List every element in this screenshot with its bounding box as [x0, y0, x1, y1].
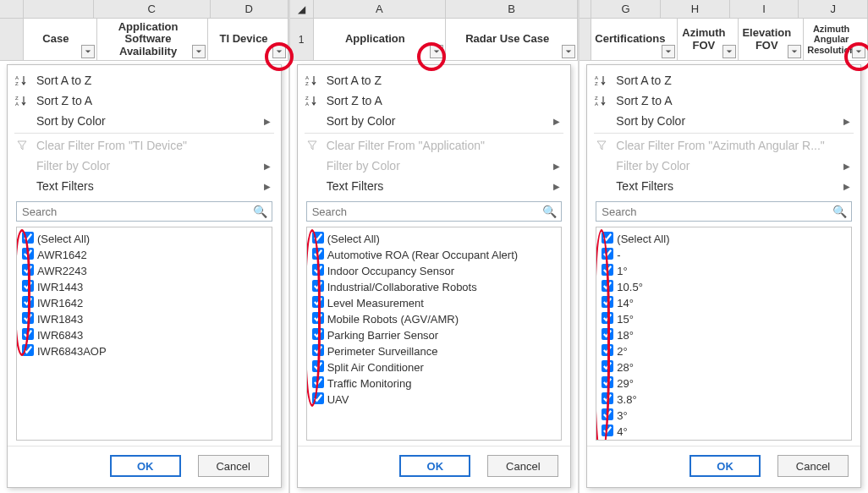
cancel-button[interactable]: Cancel	[198, 455, 269, 477]
list-item[interactable]: 7°	[600, 440, 848, 441]
text-filters[interactable]: Text Filters ▶	[298, 176, 571, 196]
filter-button-azfov[interactable]	[722, 45, 736, 58]
checkbox[interactable]	[602, 408, 613, 420]
ok-button[interactable]: OK	[399, 455, 470, 477]
checkbox[interactable]	[602, 360, 613, 372]
filter-button-case[interactable]	[81, 45, 95, 58]
checkbox[interactable]	[312, 376, 324, 388]
list-item[interactable]: IWR1443	[20, 279, 268, 295]
checkbox[interactable]	[22, 264, 34, 276]
search-input[interactable]	[16, 201, 272, 222]
checkbox[interactable]	[312, 280, 324, 292]
list-item[interactable]: 2°	[600, 343, 848, 359]
list-item[interactable]: UAV	[310, 392, 558, 408]
text-filters[interactable]: Text Filters ▶	[587, 176, 860, 196]
checkbox[interactable]	[22, 328, 34, 340]
checkbox[interactable]	[602, 232, 613, 244]
checkbox[interactable]	[312, 328, 324, 340]
list-item[interactable]: -	[600, 247, 848, 263]
list-item[interactable]: 10.5°	[600, 279, 848, 295]
list-item[interactable]: Mobile Robots (AGV/AMR)	[310, 311, 558, 327]
list-item[interactable]: Indoor Occupancy Sensor	[310, 263, 558, 279]
checkbox[interactable]	[22, 248, 34, 260]
rowhead-1[interactable]: 1	[290, 19, 314, 60]
list-item[interactable]: 14°	[600, 295, 848, 311]
list-item[interactable]: 3°	[600, 408, 848, 424]
checkbox[interactable]	[602, 296, 613, 308]
list-item[interactable]: Industrial/Collaborative Robots	[310, 279, 558, 295]
col-letter-h[interactable]: H	[661, 0, 730, 18]
corner-cell[interactable]	[0, 0, 24, 18]
list-item[interactable]: AWR2243	[20, 263, 268, 279]
list-item[interactable]: Level Measurement	[310, 295, 558, 311]
list-item[interactable]: IWR1843	[20, 311, 268, 327]
filter-button-appsw[interactable]	[192, 45, 206, 58]
sort-by-color[interactable]: Sort by Color ▶	[587, 111, 860, 131]
filter-button-elfov[interactable]	[788, 45, 801, 58]
filter-button-azres[interactable]	[852, 45, 865, 58]
checkbox[interactable]	[312, 296, 324, 308]
filter-button-tidevice[interactable]	[272, 45, 286, 58]
col-letter-i[interactable]: I	[730, 0, 799, 18]
checkbox[interactable]	[22, 232, 34, 244]
rowhead-blank[interactable]	[580, 19, 591, 60]
ok-button[interactable]: OK	[689, 455, 761, 477]
list-item[interactable]: 1°	[600, 263, 848, 279]
list-item[interactable]: 3.8°	[600, 392, 848, 408]
list-item[interactable]: IWR1642	[20, 295, 268, 311]
checkbox[interactable]	[312, 264, 324, 276]
col-letter-c[interactable]: C	[94, 0, 211, 18]
checkbox[interactable]	[602, 328, 613, 340]
filter-values-list[interactable]: (Select All) -1°10.5°14°15°18°2°28°29°3.…	[596, 227, 852, 441]
sort-by-color[interactable]: Sort by Color ▶	[8, 111, 281, 131]
sort-by-color[interactable]: Sort by Color ▶	[298, 111, 571, 131]
filter-button-cert[interactable]	[662, 45, 675, 58]
list-item[interactable]: 18°	[600, 327, 848, 343]
filter-button-application[interactable]	[430, 45, 443, 58]
checkbox[interactable]	[312, 312, 324, 324]
list-item[interactable]: Automotive ROA (Rear Occupant Alert)	[310, 247, 558, 263]
sort-za[interactable]: ZA Sort Z to A	[298, 90, 571, 111]
list-item[interactable]: Parking Barrier Sensor	[310, 327, 558, 343]
list-item[interactable]: Split Air Conditioner	[310, 359, 558, 375]
list-item[interactable]: 28°	[600, 359, 848, 375]
list-item[interactable]: IWR6843	[20, 327, 268, 343]
search-input[interactable]	[306, 201, 563, 222]
list-item[interactable]: IWR6843AOP	[20, 343, 268, 359]
col-letter-a[interactable]: A	[314, 0, 446, 18]
corner-cell[interactable]	[580, 0, 591, 18]
list-item[interactable]: AWR1642	[20, 247, 268, 263]
checkbox[interactable]	[602, 264, 613, 276]
filter-values-list[interactable]: (Select All) Automotive ROA (Rear Occupa…	[306, 227, 563, 441]
checkbox[interactable]	[602, 344, 613, 356]
checkbox[interactable]	[22, 312, 34, 324]
checkbox[interactable]	[602, 376, 613, 388]
filter-values-list[interactable]: (Select All) AWR1642AWR2243IWR1443IWR164…	[16, 227, 272, 441]
checkbox[interactable]	[22, 344, 34, 356]
filter-button-radar[interactable]	[562, 45, 575, 58]
rowhead-blank[interactable]	[0, 19, 24, 60]
checkbox[interactable]	[602, 425, 613, 436]
sort-za[interactable]: ZA Sort Z to A	[587, 90, 860, 111]
col-letter-b[interactable]	[24, 0, 94, 18]
sort-az[interactable]: AZ Sort A to Z	[8, 70, 281, 90]
cancel-button[interactable]: Cancel	[487, 455, 558, 477]
list-item[interactable]: 4°	[600, 424, 848, 440]
checkbox[interactable]	[312, 344, 324, 356]
checkbox[interactable]	[22, 296, 34, 308]
checkbox[interactable]	[312, 232, 324, 244]
corner-cell[interactable]: ◢	[290, 0, 314, 18]
cancel-button[interactable]: Cancel	[777, 455, 849, 477]
checkbox[interactable]	[602, 312, 613, 324]
ok-button[interactable]: OK	[110, 455, 181, 477]
sort-az[interactable]: AZ Sort A to Z	[587, 70, 860, 90]
list-item[interactable]: Perimeter Surveillance	[310, 343, 558, 359]
col-letter-d[interactable]: D	[211, 0, 288, 18]
checkbox[interactable]	[22, 280, 34, 292]
col-letter-j[interactable]: J	[799, 0, 868, 18]
col-letter-b[interactable]: B	[446, 0, 578, 18]
sort-za[interactable]: ZA Sort Z to A	[8, 90, 281, 111]
text-filters[interactable]: Text Filters ▶	[8, 176, 281, 196]
list-item[interactable]: 29°	[600, 375, 848, 392]
checkbox[interactable]	[312, 248, 324, 260]
